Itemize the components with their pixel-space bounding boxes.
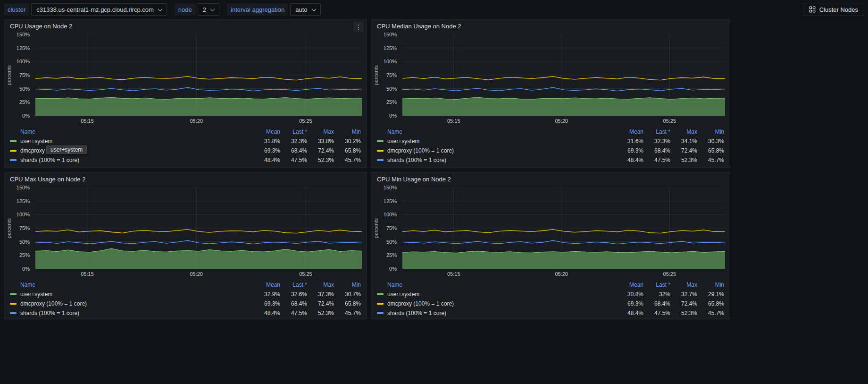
chevron-down-icon (158, 7, 162, 11)
panel-header[interactable]: CPU Median Usage on Node 2 (371, 19, 730, 33)
legend-header-last[interactable]: Last * (280, 128, 307, 135)
y-axis-tick: 100% (17, 212, 30, 217)
legend-table: Name Mean Last * Max Min user+system31.6… (371, 126, 730, 168)
series-color-swatch (10, 303, 17, 305)
node-variable-label: node (175, 3, 196, 16)
legend-header-max[interactable]: Max (307, 282, 334, 288)
legend-header-min[interactable]: Min (697, 282, 724, 288)
legend-row: shards (100% = 1 core)48.4%47.5%52.3%45.… (377, 308, 724, 318)
y-axis-tick: 75% (19, 226, 30, 231)
legend-header-max[interactable]: Max (670, 128, 697, 135)
legend-header-name[interactable]: Name (377, 282, 617, 288)
y-axis-tick: 50% (19, 86, 30, 91)
x-axis-tick: 05:15 (81, 271, 94, 277)
legend-series-name[interactable]: shards (100% = 1 core) (377, 310, 617, 316)
series-color-swatch (377, 293, 384, 295)
y-axis-tick: 150% (384, 32, 397, 37)
panel-menu-icon[interactable]: ⋮ (353, 22, 364, 32)
legend-header-mean[interactable]: Mean (617, 282, 643, 288)
legend-header-mean[interactable]: Mean (617, 128, 643, 135)
legend-series-name[interactable]: user+system (10, 138, 253, 145)
y-axis-tick: 50% (386, 239, 397, 244)
legend-value-mean: 69.3% (617, 147, 643, 154)
legend-body: user+system30.8%32%32.7%29.1%dmcproxy (1… (377, 290, 724, 318)
legend-header-min[interactable]: Min (334, 282, 361, 288)
panel-title: CPU Median Usage on Node 2 (377, 23, 461, 30)
legend-header-last[interactable]: Last * (643, 128, 670, 135)
legend-series-name[interactable]: user+system (377, 291, 617, 298)
x-axis-tick: 05:15 (447, 271, 460, 277)
y-axis-tick: 25% (19, 253, 30, 258)
x-axis-tick: 05:25 (299, 118, 312, 124)
legend-header-max[interactable]: Max (670, 282, 697, 288)
series-color-swatch (377, 303, 384, 305)
y-axis-tick: 150% (17, 32, 30, 37)
legend-value-min: 30.2% (334, 138, 361, 145)
y-axis-tick: 0% (22, 113, 30, 119)
legend-value-min: 45.7% (697, 157, 724, 163)
legend-series-name[interactable]: shards (100% = 1 core) (377, 157, 617, 163)
legend-header-name[interactable]: Name (377, 128, 617, 135)
cluster-select[interactable]: c31338.us-central1-mz.gcp.cloud.rlrcp.co… (31, 3, 167, 16)
legend-series-name[interactable]: shards (100% = 1 core) (10, 310, 253, 316)
interval-aggregation-label: interval aggregation (227, 3, 288, 16)
x-axis-tick: 05:25 (299, 271, 312, 277)
interval-aggregation-select[interactable]: auto (290, 3, 320, 16)
x-axis-tick: 05:20 (555, 118, 568, 124)
series-color-swatch (10, 140, 17, 142)
legend-series-name[interactable]: dmcproxy (100% = 1 core) (10, 300, 253, 307)
x-axis-tick: 05:25 (663, 118, 676, 124)
legend-table: Name Mean Last * Max Min user+system30.8… (371, 279, 730, 319)
y-axis-tick-labels: 0%25%50%75%100%125%150% (14, 188, 33, 269)
legend-header-row: Name Mean Last * Max Min (10, 127, 361, 137)
legend-series-name[interactable]: dmcproxy (100% = 1 core) (377, 300, 617, 307)
cluster-nodes-button[interactable]: Cluster Nodes (803, 3, 864, 16)
legend-series-name[interactable]: dmcproxy (100% = 1 core) (377, 147, 617, 154)
node-select[interactable]: 2 (198, 3, 219, 16)
legend-header-min[interactable]: Min (334, 128, 361, 135)
y-axis-tick: 0% (389, 266, 397, 272)
legend-header-last[interactable]: Last * (280, 282, 307, 288)
chart-plot[interactable] (35, 188, 362, 269)
chart-plot[interactable] (402, 34, 725, 116)
panel-header[interactable]: CPU Min Usage on Node 2 (371, 172, 730, 186)
legend-body: user+system31.6%32.3%34.1%30.3%dmcproxy … (377, 137, 724, 165)
chart-plot[interactable] (35, 34, 362, 116)
legend-value-mean: 69.3% (617, 300, 643, 307)
legend-header-last[interactable]: Last * (643, 282, 670, 288)
y-axis-tick: 100% (384, 212, 397, 217)
chart-plot[interactable] (402, 188, 725, 269)
series-label: user+system (20, 291, 52, 298)
x-axis-tick: 05:15 (81, 118, 94, 124)
legend-header-name[interactable]: Name (10, 282, 253, 288)
legend-value-max: 37.3% (307, 291, 334, 298)
legend-series-name[interactable]: user+system (377, 138, 617, 145)
legend-value-min: 65.8% (334, 300, 361, 307)
legend-value-min: 65.8% (697, 147, 724, 154)
legend-value-min: 45.7% (334, 157, 361, 163)
panel-header[interactable]: CPU Max Usage on Node 2 (4, 172, 367, 186)
chart-area: percents 0%25%50%75%100%125%150% 05:1505… (371, 33, 730, 126)
series-label: dmcproxy (100% = 1 core) (387, 147, 454, 154)
legend-table: Name Mean Last * Max Min user+system32.9… (4, 279, 367, 319)
series-color-swatch (10, 312, 17, 314)
series-color-swatch (377, 159, 384, 161)
series-color-swatch (377, 312, 384, 314)
x-axis-tick-labels: 05:1505:2005:25 (35, 269, 362, 279)
legend-value-min: 30.3% (697, 138, 724, 145)
legend-header-mean[interactable]: Mean (253, 282, 280, 288)
series-color-swatch (10, 159, 17, 161)
legend-header-mean[interactable]: Mean (253, 128, 280, 135)
legend-header-max[interactable]: Max (307, 128, 334, 135)
legend-value-max: 32.7% (670, 291, 697, 298)
legend-series-name[interactable]: shards (100% = 1 core) (10, 157, 253, 163)
chart-area: percents 0%25%50%75%100%125%150% 05:1505… (4, 33, 367, 126)
x-axis-tick: 05:15 (447, 118, 460, 124)
legend-series-name[interactable]: user+system (10, 291, 253, 298)
series-color-swatch (10, 293, 17, 295)
legend-header-name[interactable]: Name (10, 128, 253, 135)
legend-header-min[interactable]: Min (697, 128, 724, 135)
panel-header[interactable]: CPU Usage on Node 2 (4, 19, 367, 33)
plot-region: 05:1505:2005:25 (35, 188, 362, 279)
cluster-select-value: c31338.us-central1-mz.gcp.cloud.rlrcp.co… (36, 6, 154, 13)
